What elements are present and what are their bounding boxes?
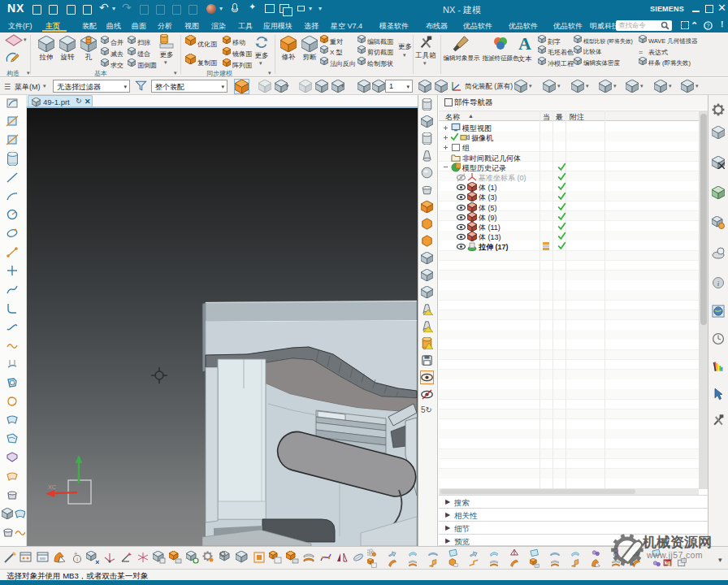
svg-text:kg: kg xyxy=(665,560,671,566)
svg-text:A: A xyxy=(518,34,531,52)
svg-text:?: ? xyxy=(707,22,710,28)
svg-text:i: i xyxy=(76,557,78,562)
svg-text:XC: XC xyxy=(48,484,56,490)
